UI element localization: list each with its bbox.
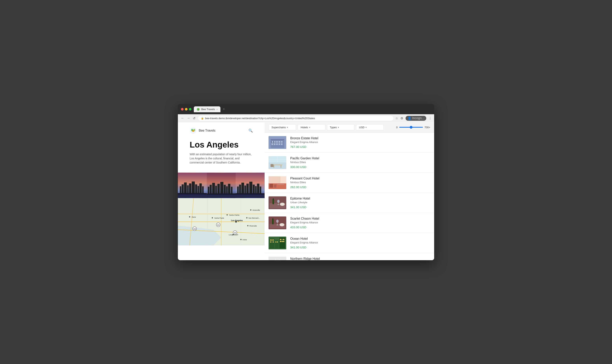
svg-rect-44 (236, 195, 265, 198)
hotel-thumbnail-1 (269, 156, 286, 169)
browser-actions: ☆ ⚙ 👤 Incogn... ⋮ (395, 116, 432, 121)
svg-rect-86 (281, 141, 283, 143)
svg-rect-27 (226, 186, 228, 194)
hotel-thumbnail-3 (269, 196, 286, 209)
svg-point-124 (276, 224, 278, 225)
title-bar: 🌿 Bee Travels × + (178, 104, 434, 114)
hotel-item[interactable]: Pleasant Court Hotel Nimbus Elites 262.0… (265, 173, 434, 193)
menu-icon[interactable]: ⋮ (429, 117, 432, 120)
new-tab-button[interactable]: + (222, 106, 226, 112)
hotel-name-6: Northern Ridge Hotel (290, 257, 430, 260)
hotels-filter[interactable]: Hotels ▾ (298, 124, 325, 130)
svg-rect-41 (257, 183, 259, 194)
svg-rect-133 (270, 242, 271, 243)
tab-close-button[interactable]: × (217, 108, 218, 110)
svg-rect-21 (210, 185, 212, 194)
city-skyline-2 (207, 172, 236, 198)
hotel-item[interactable]: Northern Ridge Hotel Urban Lifestyle 338… (265, 253, 434, 260)
price-range-slider[interactable] (399, 127, 423, 128)
hotel-chain-4: Elegant Enigma Alliance (290, 221, 430, 224)
svg-rect-98 (281, 165, 281, 168)
svg-point-61 (212, 217, 213, 219)
hotel-item[interactable]: Pacific Garden Hotel Nimbus Elites 330.0… (265, 153, 434, 173)
svg-text:Los Angeles: Los Angeles (231, 220, 243, 221)
svg-rect-7 (180, 186, 181, 194)
forward-button[interactable]: → (186, 116, 191, 120)
svg-point-116 (277, 204, 279, 205)
close-button[interactable] (181, 108, 184, 110)
svg-point-114 (277, 200, 280, 203)
svg-rect-90 (279, 143, 280, 145)
svg-rect-97 (273, 165, 274, 168)
hotel-info-0: Bronze Estate Hotel Elegant Enigma Allia… (290, 136, 430, 148)
hotel-chain-1: Nimbus Elites (290, 161, 430, 164)
price-max-label: 700+ (424, 126, 430, 129)
svg-rect-36 (245, 185, 246, 194)
svg-rect-82 (272, 141, 273, 143)
hotel-thumb-img-4 (269, 217, 286, 229)
svg-point-122 (276, 220, 279, 223)
hotel-price-2: 262.00 USD (290, 185, 430, 189)
hotel-thumb-img-2 (269, 176, 286, 189)
map-container[interactable]: 126 210 215 Santa Paula Santa Clarita rb… (178, 198, 265, 246)
svg-rect-140 (283, 239, 284, 240)
brand-name: Bee Travels (199, 129, 215, 132)
svg-rect-134 (272, 242, 272, 243)
svg-rect-93 (273, 141, 274, 143)
minimize-button[interactable] (185, 108, 188, 110)
types-filter[interactable]: Types ▾ (327, 124, 354, 130)
svg-text:Long Beach: Long Beach (229, 234, 238, 236)
currency-filter[interactable]: USD ▾ (356, 124, 384, 130)
svg-rect-138 (280, 239, 281, 240)
svg-text:Irvine: Irvine (243, 239, 247, 241)
bookmark-icon[interactable]: ☆ (395, 117, 398, 120)
settings-icon[interactable]: ⚙ (400, 117, 403, 120)
search-button[interactable]: 🔍 (248, 129, 253, 133)
svg-rect-37 (246, 183, 249, 194)
city-skyline-3 (236, 172, 265, 198)
hotel-item[interactable]: Ocean Hotel Elegant Enigma Alliance 341.… (265, 233, 434, 253)
url-text: bee-travels.demo.ibmdeveloper.net/destin… (205, 117, 315, 120)
svg-rect-40 (255, 186, 257, 194)
incognito-label: Incogn... (412, 117, 424, 120)
svg-text:215: 215 (234, 232, 236, 234)
reload-button[interactable]: ↺ (192, 116, 196, 120)
svg-rect-139 (282, 239, 283, 240)
superchains-filter[interactable]: Superchains ▾ (269, 124, 296, 130)
price-min-label: 0 (396, 126, 397, 129)
hotel-thumbnail-0 (269, 136, 286, 149)
svg-rect-33 (237, 186, 239, 194)
active-tab[interactable]: 🌿 Bee Travels × (194, 106, 220, 112)
city-photos (178, 172, 265, 198)
currency-chevron: ▾ (366, 126, 367, 129)
hotel-item[interactable]: Bronze Estate Hotel Elegant Enigma Allia… (265, 132, 434, 153)
svg-rect-84 (276, 141, 278, 143)
hotel-thumb-img-3 (269, 196, 286, 209)
hotel-thumb-img-1 (269, 156, 286, 169)
url-bar[interactable]: 🔒 bee-travels.demo.ibmdeveloper.net/dest… (198, 116, 393, 121)
hotel-info-1: Pacific Garden Hotel Nimbus Elites 330.0… (290, 156, 430, 169)
hotel-name-2: Pleasant Court Hotel (290, 177, 430, 180)
tab-area: 🌿 Bee Travels × + (194, 106, 431, 112)
maximize-button[interactable] (189, 108, 191, 110)
hotel-info-5: Ocean Hotel Elegant Enigma Alliance 341.… (290, 237, 430, 249)
filter-bar: Superchains ▾ Hotels ▾ Types ▾ USD ▾ 0 (265, 122, 434, 132)
svg-rect-12 (192, 182, 195, 194)
svg-text:Riverside: Riverside (249, 225, 257, 227)
hotel-list: Bronze Estate Hotel Elegant Enigma Allia… (265, 132, 434, 260)
hotel-item[interactable]: Scarlet Chasm Hotel Elegant Enigma Allia… (265, 213, 434, 233)
svg-rect-113 (273, 198, 274, 200)
incognito-badge: 👤 Incogn... (406, 116, 426, 121)
bee-travels-favicon: 🌿 (197, 108, 200, 111)
brand-logo (190, 127, 197, 134)
svg-point-5 (192, 130, 194, 132)
nav-buttons: ← → ↺ (180, 116, 196, 120)
svg-rect-88 (274, 143, 275, 145)
svg-text:rbara: rbara (192, 216, 196, 218)
svg-rect-29 (231, 186, 232, 194)
back-button[interactable]: ← (180, 116, 185, 120)
hotel-item[interactable]: Epitome Hotel Urban Lifestyle 341.00 USD (265, 193, 434, 213)
lock-icon: 🔒 (201, 117, 204, 119)
hotel-price-0: 767.00 USD (290, 145, 430, 148)
svg-rect-20 (208, 186, 209, 194)
